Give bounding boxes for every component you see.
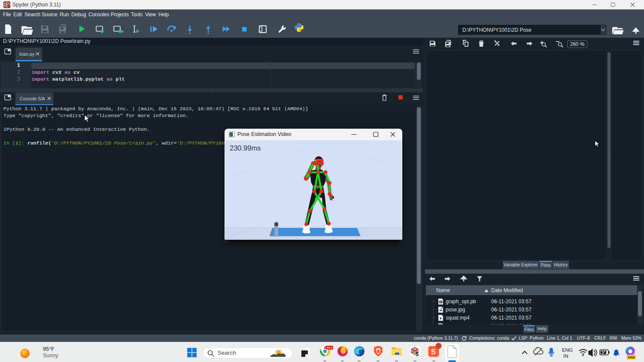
svg-text:230.99ms: 230.99ms xyxy=(230,144,261,152)
svg-text:ENG: ENG xyxy=(562,347,573,353)
svg-text:PRE: PRE xyxy=(628,356,635,359)
svg-text:S: S xyxy=(7,4,10,8)
svg-text:S: S xyxy=(416,351,419,357)
svg-text:IN: IN xyxy=(563,353,568,359)
